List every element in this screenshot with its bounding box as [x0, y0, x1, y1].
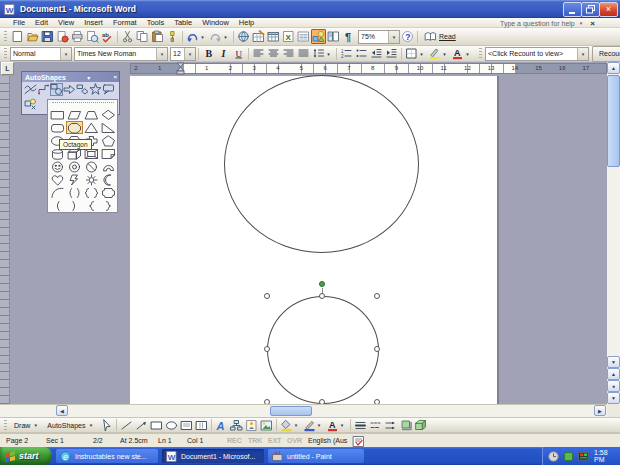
lines-button[interactable] — [24, 83, 37, 96]
paste-button[interactable] — [150, 29, 165, 44]
flyout-drag-handle[interactable] — [52, 102, 114, 106]
minimize-button[interactable] — [563, 2, 582, 17]
bold-button[interactable]: B — [201, 46, 216, 61]
insert-clip-art-button[interactable] — [244, 418, 259, 433]
tray-display-icon[interactable] — [577, 450, 590, 463]
tray-antivirus-icon[interactable] — [562, 450, 575, 463]
bullets-button[interactable] — [354, 46, 369, 61]
status-ovr[interactable]: OVR — [287, 437, 302, 444]
rotation-handle[interactable] — [319, 281, 325, 287]
start-label[interactable]: start — [19, 451, 39, 461]
font-color-dropdown-arrow[interactable]: ▾ — [339, 422, 346, 428]
undo-button[interactable]: ▾ — [185, 29, 208, 44]
recount-button[interactable]: Recount — [592, 46, 620, 62]
taskbar-task-instructables[interactable]: e Instructables new ste... — [56, 449, 158, 463]
rectangle-button[interactable] — [149, 418, 164, 433]
next-page-icon[interactable]: ▼ — [607, 392, 620, 404]
regular-pentagon-shape-button[interactable] — [100, 134, 117, 147]
close-button[interactable]: × — [599, 2, 618, 17]
toolbar-grip[interactable] — [4, 48, 7, 59]
open-button[interactable] — [25, 29, 40, 44]
resize-handle-top-right[interactable] — [374, 293, 380, 299]
resize-handle-left[interactable] — [264, 346, 270, 352]
folded-corner-shape-button[interactable] — [100, 147, 117, 160]
insert-hyperlink-button[interactable] — [236, 29, 251, 44]
underline-button[interactable]: U — [231, 46, 246, 61]
drawing-button[interactable] — [311, 29, 326, 44]
diamond-shape-button[interactable] — [100, 108, 117, 121]
draw-menu-button[interactable]: Draw ▾ — [10, 418, 43, 432]
arrow-style-button[interactable] — [383, 418, 398, 433]
menu-help[interactable]: Help — [234, 18, 259, 27]
cut-button[interactable] — [120, 29, 135, 44]
isosceles-triangle-shape-button[interactable] — [83, 121, 100, 134]
task-label[interactable]: Document1 - Microsof... — [181, 453, 255, 460]
more-autoshapes-button[interactable] — [24, 97, 37, 110]
flowchart-button[interactable] — [76, 83, 89, 96]
font-size-combo[interactable]: 12 ▾ — [170, 47, 196, 61]
menu-format[interactable]: Format — [108, 18, 142, 27]
no-symbol-shape-button[interactable] — [83, 160, 100, 173]
trapezoid-shape-button[interactable] — [83, 108, 100, 121]
oval-button[interactable] — [164, 418, 179, 433]
select-browse-object-icon[interactable]: ● — [607, 380, 620, 392]
arrow-button[interactable] — [134, 418, 149, 433]
word-count-dropdown-arrow[interactable]: ▾ — [577, 48, 588, 60]
close-document-icon[interactable]: × — [590, 19, 595, 28]
double-brace-shape-button[interactable] — [83, 186, 100, 199]
taskbar-task-paint[interactable]: untitled - Paint — [268, 449, 364, 463]
vertical-scrollbar-thumb[interactable] — [607, 75, 620, 167]
3d-style-button[interactable] — [413, 418, 428, 433]
font-combo[interactable]: Times New Roman ▾ — [74, 47, 168, 61]
heart-shape-button[interactable] — [49, 173, 66, 186]
redo-button[interactable]: ▾ — [208, 29, 231, 44]
scroll-left-icon[interactable]: ◀ — [56, 405, 68, 416]
autoshapes-menu-button[interactable]: AutoShapes ▾ — [43, 418, 98, 432]
font-dropdown-arrow[interactable]: ▾ — [156, 48, 167, 60]
connectors-button[interactable] — [37, 83, 50, 96]
line-spacing-dropdown-arrow[interactable]: ▾ — [325, 51, 332, 57]
document-map-button[interactable] — [326, 29, 341, 44]
toolbar-grip[interactable] — [4, 420, 7, 431]
word-count-combo[interactable]: <Click Recount to view> ▾ — [485, 47, 589, 61]
dash-style-button[interactable] — [368, 418, 383, 433]
plaque-shape-button[interactable] — [100, 186, 117, 199]
start-button[interactable]: start — [0, 447, 52, 465]
vertical-ruler[interactable] — [0, 76, 10, 404]
font-value[interactable]: Times New Roman — [77, 50, 136, 57]
font-size-value[interactable]: 12 — [173, 50, 181, 57]
left-bracket-shape-button[interactable] — [49, 199, 66, 212]
block-arrows-button[interactable] — [63, 83, 76, 96]
question-dropdown-arrow[interactable]: ▾ — [580, 20, 583, 26]
outside-border-dropdown-arrow[interactable]: ▾ — [418, 51, 425, 57]
read-label[interactable]: Read — [439, 33, 456, 40]
style-dropdown-arrow[interactable]: ▾ — [60, 48, 71, 60]
menu-table[interactable]: Table — [169, 18, 197, 27]
resize-handle-top[interactable] — [319, 293, 325, 299]
align-right-button[interactable] — [281, 46, 296, 61]
sun-shape-button[interactable] — [83, 173, 100, 186]
question-help-box[interactable]: Type a question for help ▾ × — [500, 18, 595, 28]
line-style-button[interactable] — [353, 418, 368, 433]
justify-button[interactable] — [296, 46, 311, 61]
align-center-button[interactable] — [266, 46, 281, 61]
scroll-up-icon[interactable]: ▲ — [607, 62, 620, 74]
read-button[interactable]: Read — [420, 29, 460, 44]
arc-shape-button[interactable] — [49, 186, 66, 199]
select-objects-button[interactable] — [99, 418, 114, 433]
increase-indent-button[interactable] — [384, 46, 399, 61]
smiley-face-shape-button[interactable] — [49, 160, 66, 173]
highlight-button[interactable]: ▾ — [427, 46, 450, 61]
palette-dropdown-arrow[interactable]: ▾ — [85, 74, 92, 81]
rounded-rectangle-shape-button[interactable] — [49, 121, 66, 134]
insert-excel-worksheet-button[interactable]: X — [281, 29, 296, 44]
rectangle-shape-button[interactable] — [49, 108, 66, 121]
tables-and-borders-button[interactable] — [251, 29, 266, 44]
task-label[interactable]: Instructables new ste... — [75, 453, 147, 460]
stars-banners-button[interactable] — [89, 83, 102, 96]
taskbar-task-document1[interactable]: W Document1 - Microsof... — [162, 449, 264, 463]
moon-shape-button[interactable] — [100, 173, 117, 186]
decrease-indent-button[interactable] — [369, 46, 384, 61]
align-left-button[interactable] — [251, 46, 266, 61]
undo-dropdown-arrow[interactable]: ▾ — [199, 34, 206, 40]
